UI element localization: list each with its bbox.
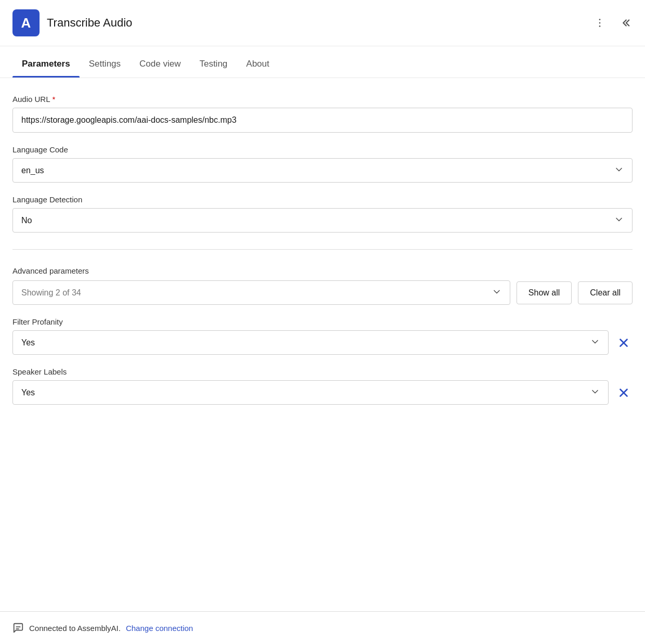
more-options-button[interactable] [592, 15, 608, 31]
language-code-label: Language Code [12, 145, 633, 154]
speaker-labels-row: Yes No [12, 380, 633, 405]
show-all-button[interactable]: Show all [517, 281, 572, 304]
tab-parameters[interactable]: Parameters [12, 50, 80, 78]
advanced-controls: Showing 2 of 34 Show all Clear all [12, 280, 633, 305]
tab-testing[interactable]: Testing [190, 50, 237, 78]
footer: Connected to AssemblyAI. Change connecti… [0, 611, 645, 644]
change-connection-button[interactable]: Change connection [126, 624, 193, 633]
required-star: * [53, 95, 56, 104]
divider-1 [12, 249, 633, 250]
header-actions [592, 15, 633, 31]
language-detection-select[interactable]: No Yes [12, 208, 633, 233]
logo-letter: A [21, 15, 31, 31]
close-x-icon [617, 336, 630, 350]
filter-profanity-label: Filter Profanity [12, 317, 633, 326]
connection-text: Connected to AssemblyAI. [29, 624, 121, 633]
svg-point-0 [599, 19, 601, 20]
speaker-labels-select[interactable]: Yes No [12, 380, 609, 405]
nav-tabs: Parameters Settings Code view Testing Ab… [0, 50, 645, 78]
main-content: Audio URL * Language Code en_us en_gb es… [0, 78, 645, 611]
filter-profanity-group: Filter Profanity Yes No [12, 317, 633, 355]
language-code-select[interactable]: en_us en_gb es fr de [12, 158, 633, 183]
language-code-select-wrapper: en_us en_gb es fr de [12, 158, 633, 183]
close-x-icon-2 [617, 386, 630, 400]
audio-url-input[interactable] [12, 108, 633, 133]
tab-code-view[interactable]: Code view [130, 50, 190, 78]
svg-point-1 [599, 22, 601, 24]
filter-profanity-remove-button[interactable] [615, 334, 633, 352]
header: A Transcribe Audio [0, 0, 645, 46]
language-detection-label: Language Detection [12, 195, 633, 204]
advanced-section-label: Advanced parameters [12, 266, 633, 275]
connection-icon [12, 622, 24, 634]
speaker-labels-remove-button[interactable] [615, 384, 633, 402]
app-title: Transcribe Audio [47, 16, 585, 30]
filter-profanity-select[interactable]: Yes No [12, 330, 609, 355]
speaker-labels-group: Speaker Labels Yes No [12, 367, 633, 405]
tab-about[interactable]: About [237, 50, 278, 78]
advanced-parameters-group: Advanced parameters Showing 2 of 34 Show… [12, 266, 633, 305]
audio-url-group: Audio URL * [12, 95, 633, 133]
advanced-selector-wrapper: Showing 2 of 34 [12, 280, 510, 305]
filter-profanity-row: Yes No [12, 330, 633, 355]
speaker-labels-select-wrapper: Yes No [12, 380, 609, 405]
chevron-left-icon [619, 17, 630, 29]
clear-all-button[interactable]: Clear all [578, 281, 633, 304]
language-detection-group: Language Detection No Yes [12, 195, 633, 233]
language-code-group: Language Code en_us en_gb es fr de [12, 145, 633, 183]
filter-profanity-select-wrapper: Yes No [12, 330, 609, 355]
logo-box: A [12, 9, 40, 36]
language-detection-select-wrapper: No Yes [12, 208, 633, 233]
collapse-button[interactable] [617, 15, 633, 31]
svg-point-2 [599, 25, 601, 27]
audio-url-label: Audio URL * [12, 95, 633, 104]
more-vertical-icon [594, 17, 605, 29]
tab-settings[interactable]: Settings [80, 50, 130, 78]
advanced-parameters-select[interactable]: Showing 2 of 34 [12, 280, 510, 305]
app-container: A Transcribe Audio Parameters Settings C [0, 0, 645, 644]
speaker-labels-label: Speaker Labels [12, 367, 633, 376]
